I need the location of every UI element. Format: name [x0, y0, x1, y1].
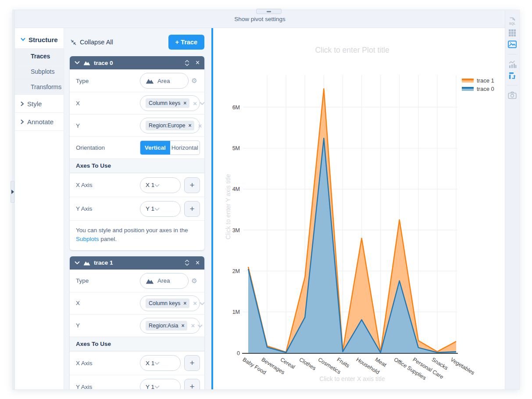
sidebar-item-style[interactable]: Style [15, 95, 64, 113]
data-chip[interactable]: Region:Europe× [146, 121, 194, 130]
add-y-axis-button[interactable]: + [184, 201, 200, 217]
toolbar-divider [507, 54, 517, 54]
chip-remove-icon[interactable]: × [183, 100, 186, 106]
y-axis-row: Y AxisY 1+ [70, 375, 204, 390]
trace-panel-header[interactable]: trace 0 × [70, 56, 204, 69]
add-trace-button[interactable]: + Trace [168, 35, 204, 50]
y-tick-label: 6M [232, 104, 240, 111]
trace-type-row: TypeArea⚙ [70, 69, 204, 92]
camera-icon[interactable] [507, 90, 517, 101]
chevron-down-icon [154, 208, 160, 211]
gear-icon[interactable]: ⚙ [189, 77, 200, 85]
clear-icon[interactable]: × [198, 122, 202, 129]
y-axis-label: Y Axis [76, 384, 140, 390]
y-tick-label: 5M [232, 145, 240, 151]
chip-remove-icon[interactable]: × [183, 300, 186, 306]
data-chip[interactable]: Column keys× [146, 298, 189, 308]
area-trace-icon [83, 260, 90, 266]
axes-note: You can style and position your axes in … [70, 220, 204, 250]
y-data-field[interactable]: Region:Europe×× [140, 118, 200, 133]
axes-to-use-header: Axes To Use [70, 158, 204, 173]
area-trace-icon [83, 60, 90, 65]
legend-item-trace-0[interactable]: trace 0 [462, 85, 494, 93]
right-toolbar: SQL [505, 10, 519, 389]
add-x-axis-button[interactable]: + [184, 355, 200, 371]
legend-label: trace 1 [477, 77, 494, 84]
trace-panel: trace 1 ×TypeArea⚙XColumn keys××YRegion:… [70, 256, 204, 390]
x-axis-row: X AxisX 1+ [70, 351, 204, 375]
show-pivot-settings-button[interactable]: Show pivot settings [234, 16, 285, 22]
y-axis-row: Y AxisY 1+ [70, 197, 204, 220]
y-axis-title-placeholder[interactable]: Click to enter Y axis title [225, 174, 232, 240]
chip-remove-icon[interactable]: × [188, 122, 191, 129]
sidebar-item-subplots[interactable]: Subplots [15, 64, 64, 79]
x-label: X [76, 300, 140, 306]
area-chart[interactable]: 01M2M3M4M5M6M [213, 28, 505, 389]
x-axis-label: X Axis [76, 182, 140, 188]
trace-reorder-control[interactable] [185, 259, 189, 266]
sql-file-icon[interactable]: SQL [507, 16, 517, 27]
clear-icon[interactable]: × [193, 299, 197, 307]
x-axis-select[interactable]: X 1 [140, 355, 181, 371]
data-chip[interactable]: Region:Asia× [146, 321, 187, 331]
data-grid-icon[interactable] [507, 27, 517, 39]
y-tick-label: 3M [232, 227, 240, 234]
y-axis-value: Y 1 [146, 205, 154, 212]
chevron-down-icon [154, 184, 160, 187]
pivot-icon[interactable] [507, 70, 517, 81]
x-data-field[interactable]: Column keys×× [140, 95, 200, 111]
clear-icon[interactable]: × [191, 322, 195, 329]
axes-to-use-header: Axes To Use [70, 337, 204, 351]
trace-panel: trace 0 ×TypeArea⚙XColumn keys××YRegion:… [70, 56, 204, 250]
pivot-settings-drag-tab[interactable] [256, 9, 282, 14]
area-trace-icon [146, 278, 154, 284]
trace-type-field[interactable]: Area [140, 73, 189, 89]
subplots-link[interactable]: Subplots [76, 236, 99, 242]
collapse-all-button[interactable]: Collapse All [70, 39, 113, 46]
add-x-axis-button[interactable]: + [184, 177, 200, 193]
chevron-down-icon [75, 61, 80, 65]
trace-type-field[interactable]: Area [140, 273, 189, 289]
type-value: Area [157, 78, 170, 84]
x-axis-select[interactable]: X 1 [140, 177, 181, 193]
sidebar-item-structure[interactable]: Structure [15, 31, 64, 49]
chart-insights-icon[interactable] [507, 58, 517, 70]
y-data-field[interactable]: Region:Asia×× [140, 318, 200, 334]
sidebar-expand-handle[interactable] [11, 181, 14, 203]
trace-close-icon[interactable]: × [196, 259, 200, 266]
data-chip[interactable]: Column keys× [146, 98, 189, 108]
x-axis-title-placeholder[interactable]: Click to enter X axis title [319, 375, 385, 382]
trace-panel-header[interactable]: trace 1 × [70, 256, 204, 270]
y-tick-label: 1M [232, 309, 240, 315]
legend-label: trace 0 [477, 86, 494, 92]
legend-item-trace-1[interactable]: trace 1 [462, 76, 494, 85]
chevron-up-icon [185, 60, 189, 63]
x-axis-label: X Axis [76, 360, 140, 367]
y-axis-value: Y 1 [146, 384, 154, 390]
gear-icon[interactable]: ⚙ [189, 277, 200, 285]
orientation-horizontal-button[interactable]: Horizontal [170, 141, 200, 155]
y-label: Y [76, 122, 140, 129]
clear-icon[interactable]: × [193, 100, 197, 107]
orientation-vertical-button[interactable]: Vertical [140, 141, 170, 155]
trace-close-icon[interactable]: × [196, 59, 200, 66]
area-trace-icon [146, 78, 154, 84]
trace-reorder-control[interactable] [185, 60, 189, 66]
add-y-axis-button[interactable]: + [184, 379, 200, 389]
plot-title-placeholder[interactable]: Click to enter Plot title [315, 46, 389, 55]
y-axis-select[interactable]: Y 1 [140, 379, 181, 389]
x-data-row: XColumn keys×× [70, 292, 204, 314]
sidebar-item-transforms[interactable]: Transforms [15, 79, 64, 95]
traces-panel-column: Collapse All + Trace trace 0 ×TypeArea⚙X… [64, 28, 211, 389]
trace-title: trace 0 [94, 60, 181, 66]
chip-remove-icon[interactable]: × [181, 323, 184, 329]
y-axis-select[interactable]: Y 1 [140, 201, 181, 217]
sidebar-item-traces[interactable]: Traces [15, 49, 64, 64]
chevron-down-icon [21, 38, 25, 41]
y-data-row: YRegion:Europe×× [70, 114, 204, 137]
chart-legend: trace 1trace 0 [462, 76, 494, 93]
chart-image-icon[interactable] [507, 39, 517, 50]
sidebar-item-annotate[interactable]: Annotate [15, 113, 64, 131]
x-data-field[interactable]: Column keys×× [140, 295, 200, 311]
chevron-up-icon [185, 259, 189, 262]
